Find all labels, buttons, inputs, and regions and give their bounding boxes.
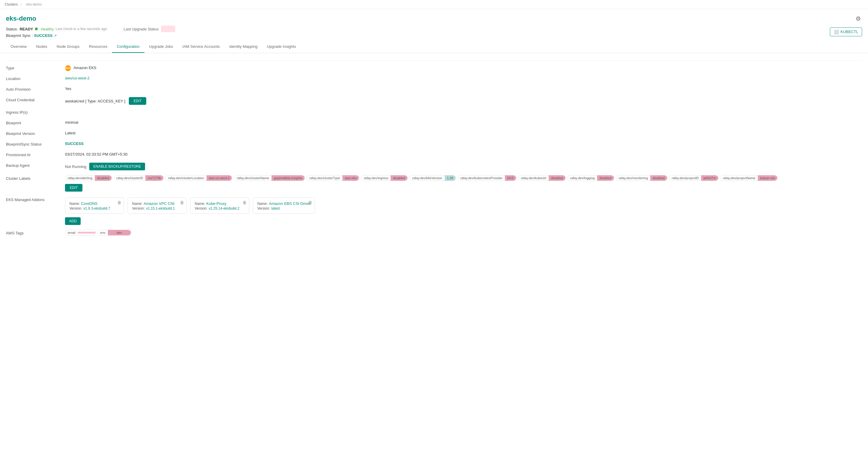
location-value: aws/us-west-2 (65, 76, 862, 80)
addon-version: latest (271, 206, 280, 210)
tab-nodes[interactable]: Nodes (31, 41, 52, 53)
delete-addon-icon[interactable]: 🗑 (243, 200, 247, 205)
status-row: Status: READY Healthy Last check-in a fe… (6, 26, 175, 32)
label-item: rafay.dev/loggingdisabled (567, 175, 614, 181)
enable-backup-button[interactable]: ENABLE BACKUP/RESTORE (89, 163, 145, 170)
blueprint-sync-label: Blueprint Sync : (6, 33, 33, 38)
blueprint-version-value: Latest (65, 131, 862, 135)
tab-resources[interactable]: Resources (84, 41, 112, 53)
label-val: disabled (549, 175, 565, 181)
kubectl-label: KUBECTL (840, 30, 858, 34)
eks-addons-label: EKS Managed Addons (6, 196, 65, 202)
labels-edit-button[interactable]: EDIT (65, 184, 83, 192)
backup-agent-value: Not Running ENABLE BACKUP/RESTORE (65, 163, 862, 170)
cloud-credential-value: awskalcred [ Type: ACCESS_KEY ] EDIT (65, 97, 862, 105)
label-val: disabled (597, 175, 614, 181)
label-val: disabled (95, 175, 112, 181)
health-dot (35, 28, 38, 30)
addon-version-label: Version: (69, 206, 82, 210)
addon-name-row: Name: Amazon VPC CNI (132, 201, 182, 206)
label-val: disabled (650, 175, 667, 181)
label-val: mx7170k (145, 175, 163, 181)
delete-addon-icon[interactable]: 🗑 (308, 200, 312, 205)
tab-upgrade-jobs[interactable]: Upgrade Jobs (145, 41, 178, 53)
label-key: rafay.dev/kubevirt (519, 175, 549, 181)
terminal-icon: ⬜ (834, 30, 839, 34)
addon-version-row: Version: v1.15.1-eksbuild.1 (132, 206, 182, 210)
addon-name-row: Name: CoreDNS (69, 201, 120, 206)
label-item: rafay.dev/clusterTypeaws-eks (307, 175, 359, 181)
blueprint-sync-value: SUCCESS (34, 33, 53, 38)
ingress-label: Ingress IP(s) (6, 109, 65, 115)
last-upgrade-label: Last Upgrade Status (123, 27, 159, 31)
eks-addons-row: EKS Managed Addons 🗑 Name: CoreDNS Versi… (6, 194, 862, 227)
breadcrumb-parent[interactable]: Clusters (5, 2, 18, 6)
auto-provision-value: Yes (65, 87, 862, 91)
add-addon-button[interactable]: ADD (65, 217, 81, 225)
addon-name: CoreDNS (81, 201, 97, 206)
addon-card: 🗑 Name: CoreDNS Version: v1.9.3-eksbuild… (65, 197, 124, 214)
label-item: rafay.dev/ingressdisabled (361, 175, 408, 181)
label-key: rafay.dev/monitoring (616, 175, 650, 181)
aws-tag-key: email (65, 230, 78, 235)
type-value: EKS Amazon EKS (65, 65, 862, 71)
tab-overview[interactable]: Overview (6, 41, 31, 53)
health-label: Healthy (41, 27, 54, 31)
aws-tag-item: email (65, 230, 96, 236)
gear-button[interactable]: ⚙ (855, 14, 862, 23)
addon-version-row: Version: v1.9.3-eksbuild.7 (69, 206, 120, 210)
addon-card: 🗑 Name: Amazon EBS CSI Driver Version: l… (253, 197, 315, 214)
tab-identity-mapping[interactable]: Identity Mapping (224, 41, 262, 53)
addon-card: 🗑 Name: Kube-Proxy Version: v1.25.14-eks… (190, 197, 249, 214)
type-text: Amazon EKS (73, 66, 96, 70)
addon-name-label: Name: (69, 202, 80, 206)
cloud-credential-label: Cloud Credential (6, 97, 65, 102)
delete-addon-icon[interactable]: 🗑 (117, 200, 121, 205)
label-item: rafay.dev/clusterLocationaws-us-west-2 (165, 175, 232, 181)
addon-version: v1.25.14-eksbuild.2 (209, 206, 239, 210)
tab-iam-service-accounts[interactable]: IAM Service Accounts (178, 41, 224, 53)
label-val: disabled (391, 175, 407, 181)
label-key: rafay.dev/clusterType (307, 175, 342, 181)
tab-upgrade-insights[interactable]: Upgrade Insights (262, 41, 301, 53)
label-item: rafay.dev/projectNamekalyan-rds (720, 175, 778, 181)
label-val: aws-eks (342, 175, 359, 181)
location-link[interactable]: aws/us-west-2 (65, 76, 90, 80)
tab-node-groups[interactable]: Node Groups (52, 41, 84, 53)
blueprint-label: Blueprint (6, 120, 65, 125)
breadcrumb-separator: › (20, 2, 22, 6)
status-ready: READY (20, 27, 33, 31)
label-val: kalyan-rds (758, 175, 778, 181)
label-item: rafay.dev/k8sVersion1.26 (409, 175, 456, 181)
blueprint-value: minimal (65, 120, 862, 125)
backup-agent-row: Backup Agent Not Running ENABLE BACKUP/R… (6, 160, 862, 173)
credential-edit-button[interactable]: EDIT (129, 97, 146, 105)
label-val: pk0nl7m (701, 175, 718, 181)
header-title-row: eks-demo ⚙ (6, 14, 862, 23)
label-item: rafay.dev/clusterIDmx7170k (114, 175, 164, 181)
backup-agent-label: Backup Agent (6, 163, 65, 168)
label-val: aws-us-west-2 (207, 175, 232, 181)
location-row: Location aws/us-west-2 (6, 73, 862, 84)
label-key: rafay.dev/k8sVersion (410, 175, 444, 181)
breadcrumb-current: eks-demo (26, 2, 42, 6)
addon-version: v1.9.3-eksbuild.7 (83, 206, 110, 210)
backup-status: Not Running (65, 164, 86, 169)
kubectl-button[interactable]: ⬜ KUBECTL (830, 28, 862, 36)
status-info: Status: READY Healthy Last check-in a fe… (6, 27, 107, 31)
provisioned-at-label: Provisioned At (6, 152, 65, 157)
tab-configuration[interactable]: Configuration (112, 41, 144, 53)
addon-name: Amazon EBS CSI Driver (269, 201, 311, 206)
aws-tags-container: emailenvdev (65, 230, 862, 236)
external-link-icon[interactable]: ↗ (54, 34, 57, 38)
ingress-row: Ingress IP(s) (6, 107, 862, 118)
label-item: rafay.dev/clusterNamegopimallela-insight… (234, 175, 305, 181)
delete-addon-icon[interactable]: 🗑 (180, 200, 184, 205)
label-key: rafay.dev/projectID (670, 175, 701, 181)
breadcrumb: Clusters › eks-demo (0, 0, 868, 9)
label-key: rafay.dev/clusterLocation (166, 175, 206, 181)
blueprint-version-label: Blueprint Version (6, 131, 65, 136)
aws-tags-row: AWS Tags emailenvdev (6, 227, 862, 238)
provisioned-at-row: Provisioned At 03/27/2024, 02:33:52 PM G… (6, 150, 862, 160)
label-key: rafay.dev/kubernetesProvider (458, 175, 505, 181)
